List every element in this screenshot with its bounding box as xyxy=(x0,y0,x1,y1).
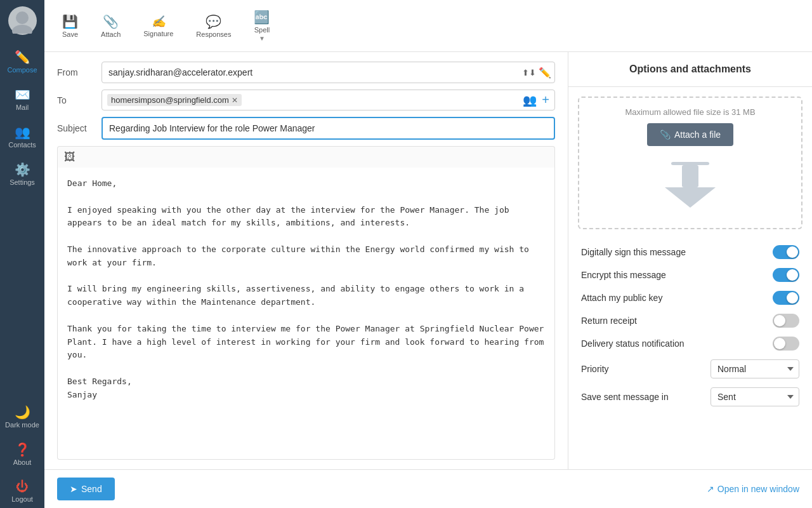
compose-icon: ✏️ xyxy=(15,50,30,65)
option-save-sent: Save sent message in Sent Drafts Trash xyxy=(581,387,799,406)
to-field-wrap: homersimpson@springfield.com ✕ 👥 + xyxy=(102,90,555,110)
save-icon: 💾 xyxy=(62,14,78,29)
add-recipient-icon[interactable]: + xyxy=(542,93,549,107)
sidebar-item-about[interactable]: ❓ About xyxy=(0,437,44,471)
spell-dropdown-icon: ▼ xyxy=(259,35,265,42)
spell-icon: 🔤 xyxy=(254,10,270,25)
responses-button[interactable]: 💬 Responses xyxy=(191,11,236,41)
from-label: From xyxy=(57,67,102,77)
send-button[interactable]: ➤ Send xyxy=(57,478,115,500)
contacts-icon: 👥 xyxy=(15,124,30,140)
send-icon: ➤ xyxy=(70,484,77,494)
from-row: From sanjay.sridharan@accelerator.expert… xyxy=(57,62,555,83)
edit-from-icon[interactable]: ✏️ xyxy=(539,67,551,79)
to-field[interactable]: homersimpson@springfield.com ✕ 👥 + xyxy=(102,90,555,110)
right-panel-header: Options and attachments xyxy=(568,52,812,87)
sidebar-item-settings[interactable]: ⚙️ Settings xyxy=(0,157,44,191)
option-return-receipt: Return receipt xyxy=(581,314,799,328)
sidebar: ✏️ Compose ✉️ Mail 👥 Contacts ⚙️ Setting… xyxy=(0,0,44,508)
add-contacts-icon[interactable]: 👥 xyxy=(523,93,537,107)
svg-rect-3 xyxy=(682,165,698,187)
remove-recipient-button[interactable]: ✕ xyxy=(232,96,238,105)
save-sent-label: Save sent message in xyxy=(581,392,669,402)
from-select[interactable]: sanjay.sridharan@accelerator.expert xyxy=(102,62,555,83)
attach-public-key-toggle[interactable] xyxy=(773,291,799,305)
digitally-sign-toggle[interactable] xyxy=(773,245,799,259)
option-delivery-status: Delivery status notification xyxy=(581,337,799,351)
option-attach-public-key: Attach my public key xyxy=(581,291,799,305)
attach-public-key-label: Attach my public key xyxy=(581,293,662,303)
email-body[interactable]: Dear Home, I enjoyed speaking with you t… xyxy=(57,168,555,460)
spell-button[interactable]: 🔤 Spell ▼ xyxy=(249,6,275,45)
mail-icon: ✉️ xyxy=(15,87,30,102)
priority-label: Priority xyxy=(581,364,609,374)
app-logo xyxy=(8,6,37,35)
sidebar-item-logout[interactable]: ⏻ Logout xyxy=(0,474,44,508)
from-dropdown-icon: ⬆⬇ xyxy=(522,68,536,77)
attach-button[interactable]: 📎 Attach xyxy=(96,11,126,41)
return-receipt-toggle[interactable] xyxy=(773,314,799,328)
subject-input[interactable] xyxy=(102,117,555,140)
option-encrypt: Encrypt this message xyxy=(581,268,799,282)
send-bar: ➤ Send ↗ Open in new window xyxy=(44,469,812,508)
priority-select[interactable]: Normal High Low xyxy=(710,359,799,378)
from-field: sanjay.sridharan@accelerator.expert ⬆⬇ ✏… xyxy=(102,62,555,83)
responses-icon: 💬 xyxy=(206,14,221,29)
to-recipient-tag: homersimpson@springfield.com ✕ xyxy=(107,94,242,106)
svg-point-0 xyxy=(16,11,29,24)
attach-icon: 📎 xyxy=(103,14,119,29)
delivery-status-toggle[interactable] xyxy=(773,337,799,351)
encrypt-label: Encrypt this message xyxy=(581,270,666,280)
insert-image-icon[interactable]: 🖼 xyxy=(64,150,75,163)
signature-button[interactable]: ✍ Signature xyxy=(138,11,178,41)
right-panel: Options and attachments Maximum allowed … xyxy=(568,52,812,469)
attach-paperclip-icon: 📎 xyxy=(660,130,671,140)
encrypt-toggle[interactable] xyxy=(773,268,799,282)
to-label: To xyxy=(57,95,102,105)
return-receipt-label: Return receipt xyxy=(581,316,637,326)
image-toolbar: 🖼 xyxy=(57,146,555,168)
darkmode-icon: 🌙 xyxy=(15,404,30,420)
sidebar-item-contacts[interactable]: 👥 Contacts xyxy=(0,119,44,154)
save-button[interactable]: 💾 Save xyxy=(57,11,83,41)
drop-icon xyxy=(665,162,716,218)
option-priority: Priority Normal High Low xyxy=(581,359,799,378)
digitally-sign-label: Digitally sign this message xyxy=(581,247,686,257)
sidebar-item-darkmode[interactable]: 🌙 Dark mode xyxy=(0,399,44,434)
to-row: To homersimpson@springfield.com ✕ 👥 + xyxy=(57,90,555,110)
logout-icon: ⏻ xyxy=(16,479,29,494)
to-recipient-email: homersimpson@springfield.com xyxy=(111,95,229,105)
subject-field xyxy=(102,117,555,140)
about-icon: ❓ xyxy=(15,442,30,457)
open-window-icon: ↗ xyxy=(707,484,714,494)
sidebar-item-compose[interactable]: ✏️ Compose xyxy=(0,44,44,79)
svg-marker-4 xyxy=(665,187,716,208)
sidebar-item-mail[interactable]: ✉️ Mail xyxy=(0,82,44,116)
options-list: Digitally sign this message Encrypt this… xyxy=(568,239,812,413)
email-form: From sanjay.sridharan@accelerator.expert… xyxy=(44,52,568,469)
max-file-size: Maximum allowed file size is 31 MB xyxy=(625,107,755,117)
option-digitally-sign: Digitally sign this message xyxy=(581,245,799,259)
compose-area: From sanjay.sridharan@accelerator.expert… xyxy=(44,52,812,469)
delivery-status-label: Delivery status notification xyxy=(581,338,684,349)
subject-row: Subject xyxy=(57,117,555,140)
signature-icon: ✍ xyxy=(152,15,166,29)
save-sent-select[interactable]: Sent Drafts Trash xyxy=(710,387,799,406)
file-dropzone: Maximum allowed file size is 31 MB 📎 Att… xyxy=(578,97,802,229)
svg-rect-2 xyxy=(671,162,709,165)
toolbar: 💾 Save 📎 Attach ✍ Signature 💬 Responses … xyxy=(44,0,812,52)
attach-file-button[interactable]: 📎 Attach a file xyxy=(647,123,733,146)
main-content: 💾 Save 📎 Attach ✍ Signature 💬 Responses … xyxy=(44,0,812,508)
open-in-new-window-link[interactable]: ↗ Open in new window xyxy=(707,484,799,494)
subject-label: Subject xyxy=(57,123,102,133)
settings-icon: ⚙️ xyxy=(15,162,30,177)
svg-point-1 xyxy=(12,25,32,34)
